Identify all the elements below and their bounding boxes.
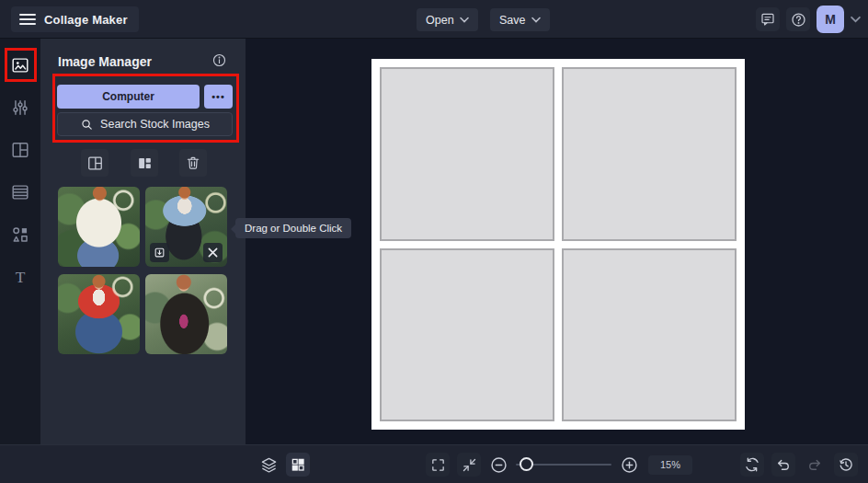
layout-icon — [10, 140, 30, 160]
collage-cell-bottom-right[interactable] — [562, 248, 737, 422]
undo-button[interactable] — [771, 453, 795, 477]
sidebar-item-layouts[interactable] — [5, 134, 36, 166]
hamburger-menu-icon[interactable] — [19, 13, 36, 26]
question-mark-icon — [790, 11, 807, 29]
main-menu-button[interactable]: Collage Maker — [11, 6, 139, 32]
bottombar-zoom-group: 15% — [426, 453, 692, 477]
bottombar-left-group — [257, 453, 310, 477]
plus-circle-icon — [620, 455, 639, 475]
close-icon — [208, 247, 218, 258]
collapse-icon — [462, 457, 477, 473]
account-chevron-down-icon[interactable] — [851, 16, 861, 23]
avatar[interactable]: M — [817, 6, 844, 33]
search-stock-images-button[interactable]: Search Stock Images — [57, 112, 233, 136]
image-manager-panel: Image Manager Computer ••• Search Stock … — [40, 39, 246, 444]
refresh-icon — [744, 456, 760, 473]
text-icon: T — [10, 267, 30, 287]
topbar-right-group: M — [756, 0, 861, 39]
app-title: Collage Maker — [44, 13, 128, 27]
sidebar-item-graphics[interactable] — [5, 219, 36, 250]
workspace — [246, 39, 868, 444]
left-icon-strip: T — [0, 39, 40, 444]
save-button-label: Save — [499, 14, 526, 27]
zoom-out-button[interactable] — [488, 454, 508, 475]
panel-title: Image Manager — [58, 54, 152, 69]
info-button[interactable] — [211, 52, 227, 68]
fit-to-screen-button[interactable] — [426, 453, 450, 477]
redo-button[interactable] — [803, 453, 827, 477]
thumbnail-grid — [58, 187, 227, 354]
bottombar-history-group — [740, 453, 858, 477]
undo-icon — [775, 456, 792, 473]
trash-icon — [185, 155, 201, 171]
grid-icon — [290, 456, 306, 473]
layers-icon — [260, 456, 278, 474]
search-icon — [80, 118, 94, 132]
zoom-in-button[interactable] — [619, 454, 639, 475]
reset-button[interactable] — [740, 453, 764, 477]
svg-text:T: T — [16, 268, 26, 286]
computer-upload-button[interactable]: Computer — [57, 85, 200, 109]
comment-icon — [760, 11, 776, 28]
more-sources-button[interactable]: ••• — [204, 85, 233, 109]
layout-grid-icon — [86, 155, 104, 172]
chevron-down-icon — [460, 17, 469, 23]
top-bar: Collage Maker Open Save M — [0, 0, 868, 39]
zoom-level-readout: 15% — [648, 455, 692, 475]
sidebar-item-text[interactable]: T — [5, 261, 36, 293]
sidebar-item-patterns[interactable] — [5, 177, 36, 208]
layout-grid-view-button[interactable] — [81, 149, 108, 177]
help-button[interactable] — [786, 7, 810, 31]
expand-icon — [430, 457, 446, 473]
open-button-label: Open — [426, 14, 454, 27]
open-button[interactable]: Open — [417, 8, 478, 31]
info-icon — [211, 52, 227, 68]
feedback-button[interactable] — [756, 7, 780, 31]
zoom-slider-handle[interactable] — [520, 457, 533, 471]
chevron-down-icon — [531, 17, 541, 23]
redo-icon — [806, 456, 823, 473]
layers-button[interactable] — [257, 453, 280, 477]
delete-images-button[interactable] — [179, 149, 207, 177]
save-button[interactable]: Save — [490, 8, 550, 31]
main-area: T Image Manager Computer ••• Search Stoc… — [0, 39, 868, 444]
thumbnail-model-denim-jacket[interactable] — [145, 187, 227, 267]
drag-tooltip: Drag or Double Click — [235, 218, 351, 238]
history-clock-icon — [838, 456, 854, 473]
add-to-canvas-button[interactable] — [150, 243, 169, 262]
add-to-canvas-icon — [154, 247, 166, 259]
sliders-icon — [10, 98, 30, 118]
thumbnail-model-red-jacket[interactable] — [58, 274, 140, 354]
shapes-icon — [10, 224, 30, 245]
remove-image-button[interactable] — [203, 243, 223, 262]
sidebar-item-edit[interactable] — [5, 92, 36, 123]
collage-canvas — [371, 59, 745, 430]
sidebar-item-image-manager[interactable] — [5, 50, 36, 81]
image-icon — [10, 55, 30, 75]
history-button[interactable] — [834, 453, 858, 477]
bottom-toolbar: 15% — [0, 444, 868, 483]
zoom-slider[interactable] — [516, 454, 611, 475]
filled-grid-view-button[interactable] — [131, 149, 158, 177]
grid-view-button[interactable] — [286, 453, 310, 477]
search-stock-images-label: Search Stock Images — [100, 118, 210, 131]
thumbnail-model-black-tshirt[interactable] — [145, 274, 227, 354]
minus-circle-icon — [489, 455, 508, 475]
filled-grid-icon — [136, 155, 154, 172]
collage-cell-bottom-left[interactable] — [380, 248, 554, 422]
thumbnail-model-white-blouse[interactable] — [58, 187, 140, 267]
collage-cell-top-left[interactable] — [380, 67, 554, 241]
actual-size-button[interactable] — [457, 453, 481, 477]
collage-cell-top-right[interactable] — [562, 67, 737, 241]
rows-icon — [10, 182, 30, 202]
